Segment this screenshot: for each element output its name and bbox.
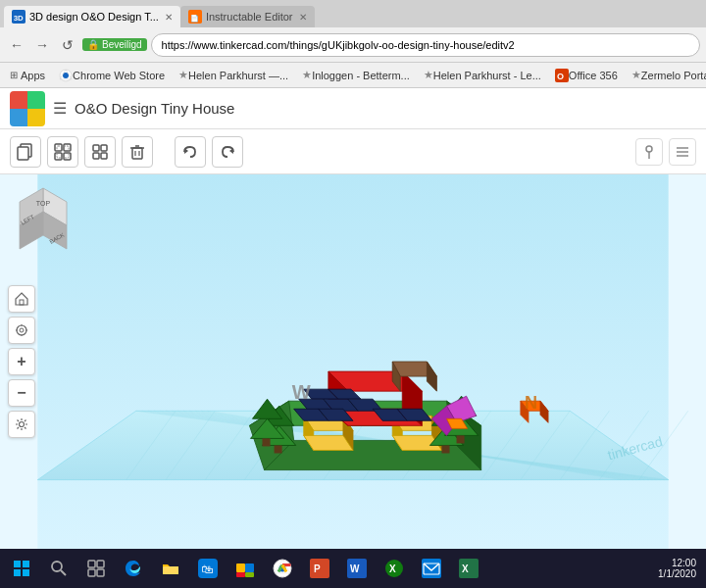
task-time-display: 12:00 xyxy=(658,558,696,568)
bookmarks-bar: ⊞ Apps Chrome Web Store ★ Helen Parkhurs… xyxy=(0,63,706,88)
svg-text:W: W xyxy=(350,564,360,574)
bookmark-apps[interactable]: ⊞ Apps xyxy=(4,68,51,83)
view-cube[interactable]: TOP LEFT BACK xyxy=(10,184,76,256)
svg-rect-137 xyxy=(163,566,178,574)
bookmark-zermelo[interactable]: ★ Zermelo Portal xyxy=(626,67,706,83)
delete-button[interactable] xyxy=(122,136,153,168)
start-button[interactable] xyxy=(4,551,39,586)
svg-text:📄: 📄 xyxy=(190,14,199,23)
store-icon: 🛍 xyxy=(198,559,218,578)
svg-point-26 xyxy=(646,146,652,152)
svg-text:W: W xyxy=(292,381,311,403)
folder-button[interactable] xyxy=(153,551,188,586)
bookmark-helen1-label: Helen Parkhurst —... xyxy=(188,70,288,81)
svg-rect-130 xyxy=(23,569,29,576)
bookmark-icon-3: ★ xyxy=(424,69,433,81)
back-button[interactable]: ← xyxy=(6,34,27,56)
store-button[interactable]: 🛍 xyxy=(190,551,226,586)
logo-cell-blue xyxy=(10,109,27,126)
forward-button[interactable]: → xyxy=(31,34,53,56)
url-input[interactable] xyxy=(151,33,700,57)
tab-1[interactable]: 3D 3D design O&O Design T... ✕ xyxy=(4,6,180,27)
excel-button[interactable]: X xyxy=(451,551,486,586)
photos-button[interactable] xyxy=(227,551,263,586)
undo-button[interactable] xyxy=(175,136,206,168)
svg-text:O: O xyxy=(557,72,564,81)
ppt-button[interactable]: P xyxy=(302,551,337,586)
svg-rect-17 xyxy=(93,153,99,159)
group-button[interactable] xyxy=(47,136,78,168)
menu-icon[interactable]: ☰ xyxy=(53,99,67,118)
bookmark-icon-1: ★ xyxy=(178,69,188,81)
mail-button[interactable] xyxy=(414,551,449,586)
pin-button[interactable] xyxy=(635,138,663,166)
copy-button[interactable] xyxy=(10,136,41,168)
secure-badge: 🔒 Beveiligd xyxy=(82,38,147,51)
taskbar: 🛍 P xyxy=(0,549,706,588)
folder-icon xyxy=(161,559,180,578)
svg-rect-19 xyxy=(132,148,142,159)
chrome-task-icon xyxy=(273,559,292,578)
svg-point-131 xyxy=(52,562,62,571)
pin-icon xyxy=(641,144,657,160)
excel-icon: X xyxy=(459,559,479,578)
tab2-close[interactable]: ✕ xyxy=(299,12,307,23)
zoom-in-button[interactable]: + xyxy=(8,348,35,375)
view-cube-svg: TOP LEFT BACK xyxy=(10,184,76,253)
bookmark-chrome-label: Chrome Web Store xyxy=(73,70,165,81)
tinkercad-logo xyxy=(10,91,45,126)
bookmark-chrome-store[interactable]: Chrome Web Store xyxy=(53,67,171,84)
home-view-button[interactable] xyxy=(8,285,35,313)
svg-text:N: N xyxy=(525,393,537,413)
tab1-label: 3D design O&O Design T... xyxy=(29,11,159,23)
svg-text:P: P xyxy=(314,564,321,574)
bookmark-office-label: Office 356 xyxy=(569,70,618,81)
svg-rect-128 xyxy=(23,561,29,567)
svg-rect-142 xyxy=(236,572,245,577)
settings-icon xyxy=(15,417,28,431)
bookmark-inloggen[interactable]: ★ Inloggen - Betterm... xyxy=(296,67,416,83)
tinkercad-toolbar xyxy=(0,129,706,174)
lock-icon: 🔒 xyxy=(87,39,99,50)
delete-icon xyxy=(128,143,146,161)
zoom-in-icon: + xyxy=(17,353,25,370)
word-button[interactable]: W xyxy=(339,551,375,586)
edge-icon xyxy=(124,559,143,578)
search-button[interactable] xyxy=(41,551,76,586)
edge-button[interactable] xyxy=(116,551,151,586)
bookmark-helen2[interactable]: ★ Helen Parkhurst - Le... xyxy=(418,67,547,83)
bookmark-helen2-label: Helen Parkhurst - Le... xyxy=(433,70,541,81)
ungroup-button[interactable] xyxy=(84,136,116,168)
focus-button[interactable] xyxy=(8,317,35,344)
menu-right-button[interactable] xyxy=(669,138,696,166)
chrome-task-button[interactable] xyxy=(265,551,300,586)
svg-rect-110 xyxy=(441,445,449,453)
svg-text:3D: 3D xyxy=(14,14,24,23)
zoom-out-button[interactable]: − xyxy=(8,379,35,407)
viewport[interactable]: TOP LEFT BACK xyxy=(0,174,706,549)
design-title: O&O Design Tiny House xyxy=(75,100,234,117)
bookmark-helen1[interactable]: ★ Helen Parkhurst —... xyxy=(173,67,294,83)
chrome-icon xyxy=(59,69,73,82)
svg-rect-15 xyxy=(93,145,99,151)
tab1-close[interactable]: ✕ xyxy=(165,12,173,23)
xbox-button[interactable]: X xyxy=(377,551,412,586)
svg-rect-129 xyxy=(14,569,21,576)
svg-rect-134 xyxy=(97,561,104,567)
settings-button[interactable] xyxy=(8,411,35,438)
svg-rect-135 xyxy=(88,569,95,576)
svg-point-41 xyxy=(20,328,24,332)
svg-rect-39 xyxy=(20,300,24,305)
svg-rect-152 xyxy=(422,559,441,578)
refresh-button[interactable]: ↺ xyxy=(57,34,78,56)
svg-rect-133 xyxy=(88,561,95,567)
copy-icon xyxy=(17,143,34,161)
redo-button[interactable] xyxy=(212,136,243,168)
tab-2[interactable]: 📄 Instructable Editor ✕ xyxy=(180,6,315,27)
hamburger-icon xyxy=(675,144,690,160)
svg-marker-38 xyxy=(16,293,27,305)
taskview-button[interactable] xyxy=(78,551,114,586)
bookmark-office[interactable]: O Office 356 xyxy=(549,67,624,84)
secure-label: Beveiligd xyxy=(102,39,142,50)
svg-rect-13 xyxy=(64,153,71,160)
